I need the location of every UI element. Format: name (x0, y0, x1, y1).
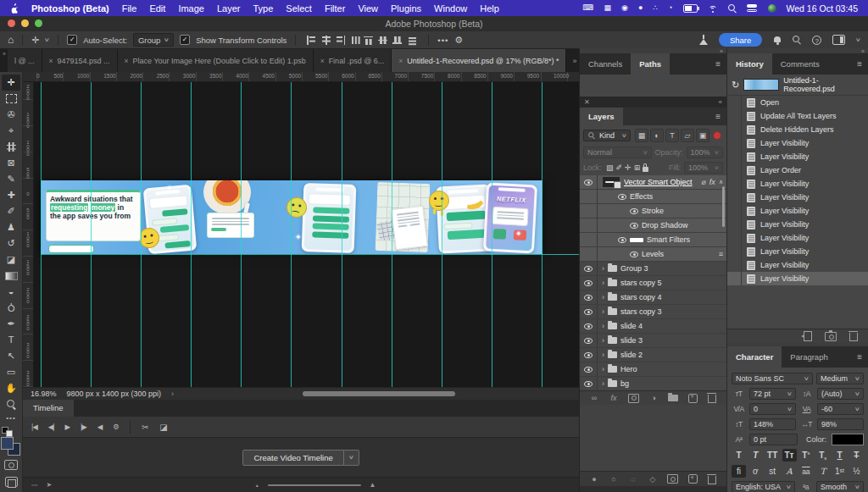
align-bottom-icon[interactable] (392, 36, 403, 45)
wallpaper-dot-icon[interactable] (768, 4, 776, 13)
menubar-menu-item[interactable]: Image (178, 3, 204, 14)
layer-row[interactable]: › stars copy 5 (580, 276, 726, 290)
expand-icon[interactable]: › (602, 365, 604, 373)
go-to-first-frame-button[interactable]: |◀ (31, 423, 37, 431)
wifi-icon[interactable] (708, 4, 718, 13)
layer-row[interactable]: › stars copy 4 (580, 290, 726, 305)
notifications-bell-icon[interactable] (773, 36, 782, 45)
blend-mode-dropdown[interactable]: Normal∨ (583, 146, 652, 158)
layer-row[interactable]: › Hero (580, 362, 726, 377)
fill-dropdown[interactable]: 100%∨ (684, 162, 723, 174)
visibility-cell[interactable] (580, 348, 598, 362)
eyedropper-tool[interactable]: ✎ (2, 171, 20, 187)
filter-adjustment-layers-icon[interactable]: ◐ (650, 129, 664, 142)
audio-mute-button[interactable]: ◀ (97, 423, 103, 431)
lock-artboard-icon[interactable]: ⊞ (634, 163, 641, 172)
expand-icon[interactable]: › (602, 322, 604, 330)
expand-icon[interactable]: › (602, 351, 604, 359)
close-tab-icon[interactable]: × (320, 57, 325, 65)
layer-row[interactable]: › slide 3 (580, 334, 726, 348)
filter-shape-layers-icon[interactable]: ▱ (681, 129, 694, 142)
history-source-well[interactable] (727, 177, 742, 191)
layer-row[interactable]: Vector Smart Object ⌀ fx ∧ (580, 175, 726, 190)
layers-tab[interactable]: Layers (580, 108, 623, 125)
document-tab[interactable]: × Untitled-1-Recovered.psd @ 17% (RGB/8*… (392, 49, 566, 72)
workspace-icon[interactable] (832, 35, 845, 45)
object-selection-tool[interactable]: ⌖ (2, 123, 20, 139)
eye-icon[interactable] (630, 208, 638, 214)
layer-row[interactable]: Stroke (580, 204, 726, 218)
language-dropdown[interactable]: English: USA∨ (732, 481, 795, 492)
tab-overflow-icon[interactable]: » (0, 49, 8, 57)
menubar-menu-item[interactable]: Help (480, 3, 499, 14)
underline-button[interactable]: T (832, 449, 847, 462)
panel-tab[interactable]: History (727, 53, 772, 75)
zoom-in-timeline-icon[interactable]: ▲ (370, 481, 376, 489)
titling-alternates-button[interactable]: T (815, 465, 830, 478)
expand-icon[interactable]: › (602, 293, 604, 301)
keyboard-icon[interactable]: ⌨ (583, 4, 594, 12)
chevron-down-icon[interactable]: ∨ (344, 450, 359, 466)
more-options-icon[interactable]: ••• (437, 36, 448, 45)
smart-filters-thumbnail[interactable] (630, 238, 643, 242)
history-source-well[interactable] (727, 191, 742, 204)
visibility-cell[interactable] (580, 276, 598, 290)
visibility-cell[interactable] (580, 247, 598, 261)
align-middle-icon[interactable] (378, 36, 389, 45)
new-path-icon[interactable] (687, 474, 698, 484)
minimize-window-button[interactable] (21, 19, 29, 27)
lock-paint-icon[interactable]: ✐ (616, 163, 623, 172)
history-snapshot-row[interactable]: ↺ Untitled-1-Recovered.psd (727, 75, 868, 96)
adjustment-icon[interactable]: ≡ (719, 250, 723, 258)
apple-logo-icon[interactable] (10, 3, 19, 14)
menubar-menu-item[interactable]: Layer (217, 3, 241, 14)
history-source-well[interactable] (727, 272, 742, 285)
history-state-row[interactable]: Layer Visibility (727, 177, 868, 191)
layer-filter-toggle[interactable] (711, 130, 723, 141)
play-button[interactable]: ▶ (65, 423, 70, 431)
filter-type-layers-icon[interactable]: T (665, 129, 679, 142)
hand-tool[interactable]: ✋ (2, 380, 20, 396)
panel-menu-icon[interactable]: ≡ (857, 352, 868, 362)
control-center-icon[interactable] (747, 4, 758, 12)
visibility-cell[interactable] (580, 262, 598, 275)
menubar-menu-item[interactable]: Plugins (391, 3, 421, 14)
align-left-icon[interactable] (306, 36, 317, 45)
history-state-row[interactable]: Layer Visibility (727, 272, 868, 285)
close-panel-icon[interactable]: ✕ (584, 98, 590, 106)
layer-row[interactable]: › slide 2 (580, 348, 726, 362)
zoom-tool[interactable] (2, 396, 20, 412)
distribute-vertical-icon[interactable] (407, 36, 418, 45)
layer-row[interactable]: Drop Shadow (580, 218, 726, 233)
panel-tab[interactable]: Paths (631, 53, 670, 75)
align-top-icon[interactable] (364, 36, 375, 45)
blur-tool[interactable]: ◒ (2, 284, 20, 300)
menubar-menu-item[interactable]: File (122, 3, 137, 14)
document-tab[interactable]: × Final .psd @ 6... (314, 49, 392, 72)
collapse-panel-icon[interactable]: « (719, 98, 722, 106)
visibility-cell[interactable] (580, 204, 598, 218)
foreground-color-swatch[interactable] (1, 437, 14, 450)
layer-row[interactable]: Effects (580, 190, 726, 204)
eye-icon[interactable] (630, 223, 638, 229)
delete-path-icon[interactable] (707, 474, 717, 484)
close-window-button[interactable] (8, 19, 15, 27)
eraser-tool[interactable]: ◪ (2, 252, 20, 268)
fractions-button[interactable]: ½ (849, 465, 864, 478)
strikethrough-button[interactable]: T (849, 449, 864, 462)
collapse-effects-icon[interactable]: ∧ (719, 179, 723, 185)
zoom-out-timeline-icon[interactable]: ▲ (255, 483, 259, 488)
horizontal-ruler[interactable]: 0500100015002000250030003500400045005000… (23, 72, 579, 82)
next-frame-button[interactable]: |▶ (81, 423, 86, 431)
show-transform-checkbox[interactable]: ✓ (180, 35, 190, 45)
visibility-cell[interactable] (580, 362, 598, 376)
vertical-ruler[interactable]: 2000150010005000500100015002000250030003… (23, 82, 34, 387)
timer-status-icon[interactable]: ◔ (668, 4, 672, 12)
lock-all-icon[interactable] (643, 164, 648, 172)
transition-button[interactable]: ◪ (159, 423, 167, 432)
clone-stamp-tool[interactable]: ♟ (2, 219, 20, 235)
layer-row[interactable]: › Group 3 (580, 262, 726, 276)
timeline-settings-button[interactable]: ⚙ (113, 423, 119, 431)
previous-frame-button[interactable]: ◀| (48, 423, 54, 431)
swash-button[interactable]: A (782, 465, 797, 478)
